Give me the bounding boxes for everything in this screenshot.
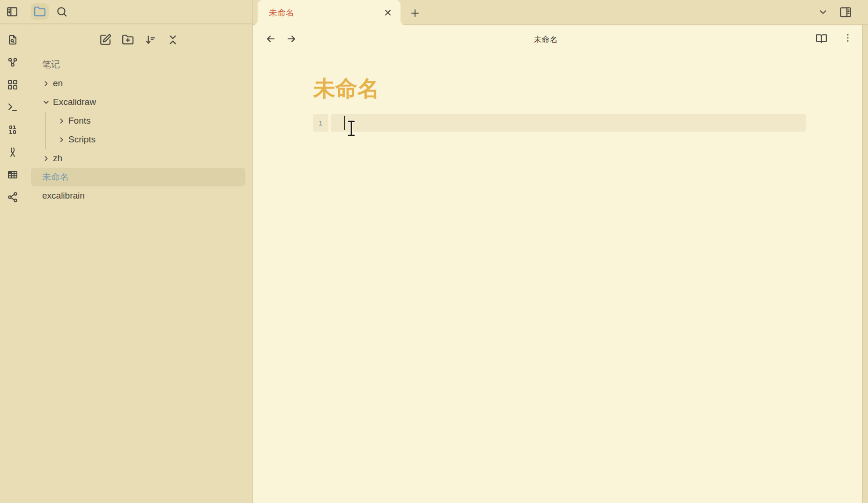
terminal-icon[interactable] xyxy=(7,102,18,113)
file-explorer-tab-button[interactable] xyxy=(31,3,49,20)
mouse-ibeam-cursor xyxy=(345,119,358,140)
tab-list-chevron-down-icon[interactable] xyxy=(817,6,829,18)
file-search-icon[interactable] xyxy=(7,34,18,45)
left-ribbon xyxy=(0,25,25,503)
tab-active[interactable]: 未命名 xyxy=(258,0,401,25)
layout-grid-icon[interactable] xyxy=(7,79,18,90)
tree-label: Scripts xyxy=(68,134,96,145)
chevron-right-icon xyxy=(58,117,66,125)
right-sidebar-edge xyxy=(862,25,868,503)
tab-title: 未命名 xyxy=(269,7,382,18)
tree-label: zh xyxy=(53,153,62,163)
back-arrow-icon[interactable] xyxy=(265,33,277,45)
tree-label: Fonts xyxy=(68,116,91,126)
inline-note-title[interactable]: 未命名 xyxy=(313,75,379,102)
file-tree: 笔记 en Excalidraw Fonts xyxy=(25,55,253,205)
close-icon[interactable] xyxy=(382,7,394,19)
editor-active-line[interactable] xyxy=(331,114,806,132)
tree-label: 未命名 xyxy=(42,171,69,183)
tree-label: Excalidraw xyxy=(53,97,96,107)
new-note-icon[interactable] xyxy=(99,34,111,46)
chevron-right-icon xyxy=(42,80,50,88)
file-explorer: 笔记 en Excalidraw Fonts xyxy=(25,25,253,503)
tree-folder-zh[interactable]: zh xyxy=(31,149,245,168)
explorer-toolbar xyxy=(25,25,253,46)
panel-right-toggle-icon[interactable] xyxy=(838,5,853,19)
share-icon[interactable] xyxy=(7,192,18,203)
reading-mode-book-icon[interactable] xyxy=(815,32,828,45)
folder-icon xyxy=(34,6,46,18)
tree-label: excalibrain xyxy=(42,191,85,201)
tree-file-excalibrain[interactable]: excalibrain xyxy=(31,186,245,205)
sort-order-icon[interactable] xyxy=(144,34,156,46)
vault-title-label: 笔记 xyxy=(42,59,60,71)
line-number-gutter: 1 xyxy=(313,114,328,132)
more-options-dots-icon[interactable] xyxy=(842,32,853,44)
tab-bar: 未命名 xyxy=(253,0,868,25)
tree-folder-excalidraw[interactable]: Excalidraw xyxy=(31,93,245,111)
indent-guide xyxy=(45,112,46,149)
new-tab-plus-icon[interactable] xyxy=(408,7,422,20)
panel-left-toggle-icon[interactable] xyxy=(6,5,19,18)
obsidian-window: 未命名 xyxy=(0,0,868,503)
graph-icon[interactable] xyxy=(7,57,18,68)
chevron-right-icon xyxy=(58,136,66,144)
view-header: 未命名 xyxy=(253,25,862,52)
tree-folder-en[interactable]: en xyxy=(31,74,245,93)
table-icon[interactable] xyxy=(7,169,18,180)
chevron-down-icon xyxy=(42,98,50,106)
vault-title[interactable]: 笔记 xyxy=(31,55,245,74)
collapse-all-icon[interactable] xyxy=(167,34,179,46)
new-folder-icon[interactable] xyxy=(122,34,134,46)
tree-folder-fonts[interactable]: Fonts xyxy=(31,111,245,130)
view-header-title: 未命名 xyxy=(534,34,558,45)
binary-icon[interactable] xyxy=(7,124,18,135)
line-number: 1 xyxy=(319,119,322,127)
forward-arrow-icon[interactable] xyxy=(285,33,297,45)
tree-file-untitled-selected[interactable]: 未命名 xyxy=(31,168,245,186)
sidebar-editor-divider xyxy=(252,0,253,503)
chevron-right-icon xyxy=(42,155,50,163)
ribbon-pen-icon[interactable] xyxy=(7,147,18,158)
tree-label: en xyxy=(53,78,63,89)
editor-pane: 未命名 未命名 1 xyxy=(253,25,862,503)
left-sidebar-header xyxy=(0,0,253,24)
tree-folder-scripts[interactable]: Scripts xyxy=(31,130,245,149)
search-icon[interactable] xyxy=(55,5,68,18)
